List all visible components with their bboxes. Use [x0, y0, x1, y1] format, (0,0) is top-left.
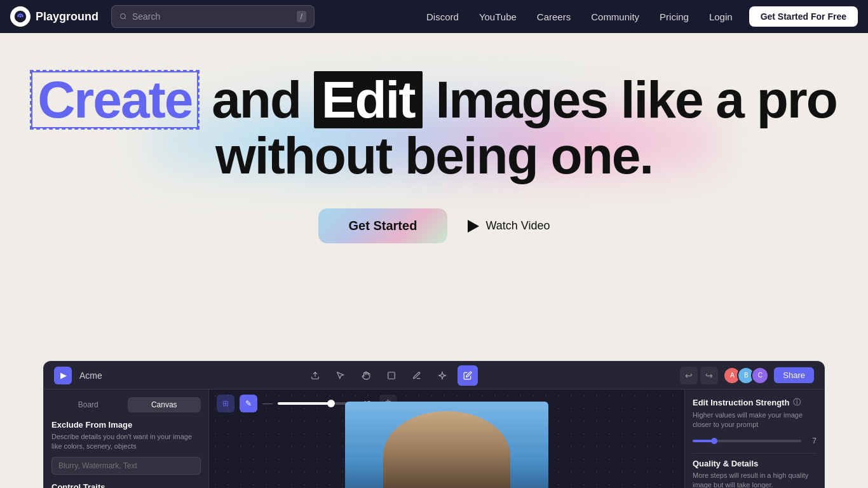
share-button[interactable]: Share [774, 367, 814, 383]
exclude-from-image-desc: Describe details you don't want in your … [51, 432, 201, 452]
toolbar-frame-icon[interactable] [381, 365, 402, 386]
search-input[interactable] [132, 11, 292, 22]
tab-board[interactable]: Board [51, 397, 125, 412]
nav-login[interactable]: Login [700, 8, 742, 26]
nav-careers[interactable]: Careers [528, 8, 580, 26]
app-right-panel: Edit Instruction Strength ⓘ Higher value… [684, 390, 824, 488]
svg-point-1 [19, 15, 22, 18]
app-toolbar-center [305, 365, 478, 386]
tab-canvas[interactable]: Canvas [128, 397, 201, 412]
toolbar-magic-icon[interactable] [432, 365, 452, 386]
es-brush-icon[interactable]: ✎ [240, 395, 257, 412]
toolbar-cursor-icon[interactable] [330, 365, 351, 386]
nav-youtube[interactable]: YouTube [470, 8, 526, 26]
logo-link[interactable]: Playground [10, 6, 98, 27]
search-bar[interactable]: / [111, 5, 315, 28]
logo-icon [10, 6, 31, 27]
headline-and: and [198, 71, 313, 128]
hero-get-started-button[interactable]: Get Started [318, 208, 448, 243]
es-separator: — [262, 398, 273, 409]
hero-cta: Get Started Watch Video [13, 208, 855, 243]
strength-slider-row: 7 [693, 437, 817, 445]
nav-pricing[interactable]: Pricing [651, 8, 698, 26]
hero-headline: Create and Edit Images like a pro withou… [21, 71, 847, 183]
svg-point-2 [121, 14, 126, 19]
toolbar-pen-icon[interactable] [407, 365, 427, 386]
headline-edit: Edit [314, 71, 423, 128]
app-canvas[interactable]: ⊞ ✎ — 48 🗑 [209, 390, 684, 488]
nav-discord[interactable]: Discord [417, 8, 468, 26]
toolbar-hand-icon[interactable] [356, 365, 376, 386]
es-slider[interactable] [278, 402, 354, 405]
portrait-figure [383, 411, 510, 488]
undo-button[interactable]: ↩ [680, 367, 698, 384]
search-shortcut: / [297, 11, 306, 22]
exclude-from-image-title: Exclude From Image [51, 420, 201, 430]
watch-video-label: Watch Video [485, 219, 550, 233]
es-slider-thumb [327, 400, 335, 407]
strength-panel-title: Edit Instruction Strength ⓘ [693, 397, 817, 408]
es-slider-fill [278, 402, 331, 405]
nav-links: Discord YouTube Careers Community Pricin… [417, 6, 858, 27]
avatar-3: C [751, 367, 769, 384]
undo-redo-group: ↩ ↪ [680, 367, 718, 384]
canvas-portrait-image [345, 402, 548, 488]
app-body: Board Canvas Exclude From Image Describe… [44, 390, 824, 488]
app-sidebar: Board Canvas Exclude From Image Describe… [44, 390, 209, 488]
app-toolbar-right: ↩ ↪ A B C Share [680, 367, 814, 384]
logo-text: Playground [36, 10, 98, 24]
es-grid-icon[interactable]: ⊞ [217, 395, 234, 412]
strength-slider-thumb [711, 438, 717, 444]
get-started-button[interactable]: Get Started For Free [749, 6, 858, 27]
strength-value: 7 [806, 437, 817, 445]
toolbar-edit-icon[interactable] [458, 365, 478, 386]
quality-panel-title: Quality & Details [693, 459, 817, 468]
strength-panel-desc: Higher values will make your image close… [693, 410, 817, 430]
strength-slider[interactable] [693, 440, 801, 442]
svg-rect-4 [388, 372, 395, 379]
app-screenshot: ▶ Acme [43, 361, 825, 488]
sidebar-tabs: Board Canvas [51, 397, 201, 412]
watch-video-button[interactable]: Watch Video [468, 219, 550, 233]
app-titlebar: ▶ Acme [44, 362, 824, 390]
play-icon [468, 220, 479, 233]
nav-community[interactable]: Community [582, 8, 648, 26]
exclude-input[interactable] [51, 457, 201, 475]
toolbar-upload-icon[interactable] [305, 365, 325, 386]
collaborator-avatars: A B C [723, 367, 769, 384]
headline-create: Create [31, 71, 198, 128]
hero-section: Create and Edit Images like a pro withou… [0, 33, 868, 488]
strength-info-icon: ⓘ [793, 397, 801, 408]
panel-divider [693, 453, 817, 454]
app-logo-small: ▶ [54, 367, 72, 384]
redo-button[interactable]: ↪ [700, 367, 718, 384]
app-title: Acme [79, 370, 102, 381]
quality-panel-desc: More steps will result in a high quality… [693, 471, 817, 488]
hero-content: Create and Edit Images like a pro withou… [0, 33, 868, 243]
search-icon [119, 12, 127, 21]
navbar: Playground / Discord YouTube Careers Com… [0, 0, 868, 33]
control-traits-title: Control Traits [51, 482, 201, 488]
